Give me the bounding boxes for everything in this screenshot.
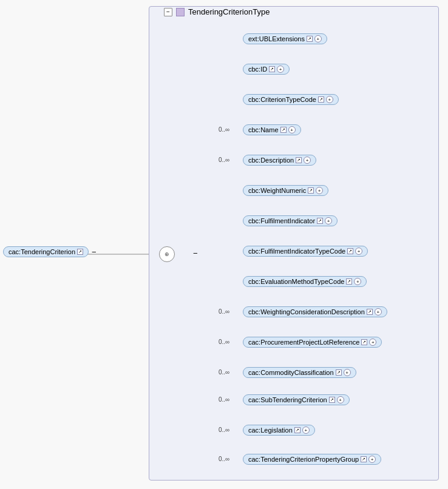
navigate-icon[interactable]: ↗ [367,309,373,315]
navigate-icon[interactable]: ↗ [361,339,367,345]
navigate-icon[interactable]: ↗ [361,456,367,462]
navigate-icon[interactable]: ↗ [317,218,323,224]
expand-icon[interactable]: + [316,187,323,194]
mult-n11: 0..∞ [219,339,229,345]
collapse-button[interactable]: − [164,8,172,16]
expand-icon[interactable]: + [355,248,362,255]
diagram-container: − TenderingCriterionType cac:TenderingCr… [0,0,448,489]
expand-icon[interactable]: + [304,157,311,164]
cac-tendering-criterion-node[interactable]: cac:TenderingCriterion ↗ [3,246,89,257]
navigate-icon[interactable]: ↗ [336,369,342,376]
node-cbc-criteriontypecode: cbc:CriterionTypeCode ↗ + [243,94,339,105]
mult-n10: 0..∞ [219,308,229,315]
node-cac-procurementprojectlotreference: cac:ProcurementProjectLotReference ↗ + [243,337,382,348]
node-cbc-evaluationmethodtypecode: cbc:EvaluationMethodTypeCode ↗ + [243,276,367,287]
node-cac-commodityclassification: cac:CommodityClassification ↗ + [243,367,356,378]
node-cbc-description: cbc:Description ↗ + [243,155,316,166]
mult-n13: 0..∞ [219,396,229,403]
navigate-icon[interactable]: ↗ [347,248,353,254]
node-cbc-weightingconsiderationdescription: cbc:WeightingConsiderationDescription ↗ … [243,306,387,317]
node-label: cbc:Name [248,126,279,133]
expand-icon[interactable]: + [369,339,376,346]
node-cac-tenderingcriterionpropertygroup: cac:TenderingCriterionPropertyGroup ↗ + [243,454,381,465]
node-cbc-fulfilmentindicatortypecode: cbc:FulfilmentIndicatorTypeCode ↗ + [243,246,368,257]
expand-icon[interactable]: + [326,96,333,103]
expand-icon[interactable]: + [375,308,382,315]
seq-circle[interactable]: ⊕ [159,246,175,262]
navigate-icon[interactable]: ↗ [269,66,275,72]
expand-icon[interactable]: + [277,66,284,73]
outer-minus: − [193,249,198,258]
mult-n14: 0..∞ [219,427,229,433]
expand-icon[interactable]: + [325,217,332,224]
node-label: cbc:CriterionTypeCode [248,96,316,103]
node-label: cbc:FulfilmentIndicatorTypeCode [248,248,345,255]
node-cbc-id: cbc:ID ↗ + [243,64,290,75]
node-cac-legislation: cac:Legislation ↗ + [243,425,315,436]
expand-icon[interactable]: + [354,278,361,285]
navigate-icon[interactable]: ↗ [280,127,287,133]
mult-n5: 0..∞ [219,157,229,163]
mult-n15: 0..∞ [219,456,229,462]
expand-icon[interactable]: + [337,396,344,403]
node-label: cbc:Description [248,157,294,164]
expand-icon[interactable]: + [368,456,376,463]
seq-symbol: ⊕ [165,251,169,257]
expand-icon[interactable]: + [288,126,296,133]
node-label: cac:CommodityClassification [248,369,334,376]
node-label: cbc:ID [248,66,267,73]
node-label: cbc:WeightingConsiderationDescription [248,308,365,315]
expand-icon[interactable]: + [302,427,310,434]
node-label: cac:SubTenderingCriterion [248,396,327,403]
node-label: ext:UBLExtensions [248,35,305,42]
expand-icon[interactable]: + [344,369,351,376]
node-label: cbc:EvaluationMethodTypeCode [248,278,344,285]
node-cac-subtenderingcriterion: cac:SubTenderingCriterion ↗ + [243,394,350,405]
node-cbc-fulfilmentindicator: cbc:FulfilmentIndicator ↗ + [243,215,338,226]
mult-n4: 0..∞ [219,126,229,133]
type-label: TenderingCriterionType [188,7,270,16]
node-label: cbc:WeightNumeric [248,187,306,194]
node-ext-ublextensions: ext:UBLExtensions ↗ + [243,33,327,44]
type-icon [176,8,185,16]
expand-icon[interactable]: + [314,35,322,42]
node-label: cbc:FulfilmentIndicator [248,217,315,224]
navigate-icon[interactable]: ↗ [294,427,300,433]
node-label: cac:ProcurementProjectLotReference [248,339,359,346]
mult-n12: 0..∞ [219,369,229,376]
navigate-icon[interactable]: ↗ [308,187,314,194]
outer-box [149,6,439,481]
node-label: cac:Legislation [248,427,293,434]
left-minus: − [92,248,97,257]
node-label: cac:TenderingCriterionPropertyGroup [248,456,359,463]
navigate-icon[interactable]: ↗ [329,397,335,403]
navigate-icon[interactable]: ↗ [77,249,83,255]
node-label: cac:TenderingCriterion [8,248,75,255]
navigate-icon[interactable]: ↗ [307,36,313,42]
type-header: − TenderingCriterionType [164,7,270,16]
node-cbc-name: cbc:Name ↗ + [243,124,301,135]
navigate-icon[interactable]: ↗ [296,157,302,163]
navigate-icon[interactable]: ↗ [346,278,352,285]
node-cbc-weightnumeric: cbc:WeightNumeric ↗ + [243,185,328,196]
left-node: cac:TenderingCriterion ↗ − [3,246,97,257]
navigate-icon[interactable]: ↗ [318,96,324,103]
